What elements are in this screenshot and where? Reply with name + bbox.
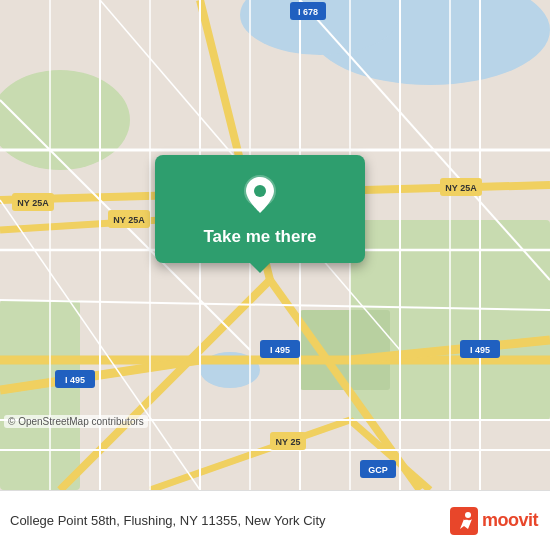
svg-text:I 495: I 495 (470, 345, 490, 355)
svg-point-60 (465, 512, 471, 518)
svg-text:I 495: I 495 (270, 345, 290, 355)
svg-text:NY 25A: NY 25A (445, 183, 477, 193)
moovit-brand-text: moovit (482, 510, 538, 531)
svg-text:GCP: GCP (368, 465, 388, 475)
copyright-text: © OpenStreetMap contributors (4, 415, 148, 428)
svg-text:I 495: I 495 (65, 375, 85, 385)
cta-bubble[interactable]: Take me there (155, 155, 365, 263)
address-text: College Point 58th, Flushing, NY 11355, … (10, 513, 450, 528)
pin-icon (238, 173, 282, 217)
svg-point-58 (254, 185, 266, 197)
svg-text:NY 25A: NY 25A (113, 215, 145, 225)
svg-text:NY 25: NY 25 (276, 437, 301, 447)
moovit-icon-svg (450, 507, 478, 535)
svg-rect-4 (0, 300, 80, 490)
moovit-logo: moovit (450, 507, 538, 535)
bottom-bar: College Point 58th, Flushing, NY 11355, … (0, 490, 550, 550)
svg-text:I 678: I 678 (298, 7, 318, 17)
svg-text:NY 25A: NY 25A (17, 198, 49, 208)
cta-label: Take me there (203, 227, 316, 247)
map-container: I 678 NY 25A NY 25A NY 25A GCP GCP I 495… (0, 0, 550, 490)
